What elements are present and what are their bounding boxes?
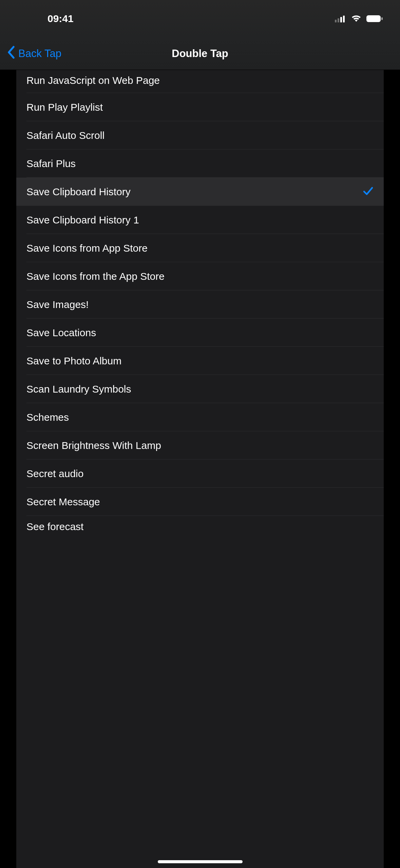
list-item[interactable]: See forecast (16, 516, 384, 538)
list-item[interactable]: Save to Photo Album (16, 347, 384, 375)
home-indicator[interactable] (158, 860, 243, 863)
status-indicators (335, 15, 383, 23)
list-item-label: Screen Brightness With Lamp (26, 440, 161, 451)
list-item[interactable]: Secret audio (16, 459, 384, 488)
list-item[interactable]: Scan Laundry Symbols (16, 375, 384, 403)
list-item-label: Save Icons from the App Store (26, 271, 165, 282)
list-item[interactable]: Save Clipboard History 1 (16, 206, 384, 234)
list-item-label: Safari Plus (26, 158, 76, 169)
list-item-label: Safari Auto Scroll (26, 130, 104, 141)
list-item-label: See forecast (26, 521, 83, 532)
list-item[interactable]: Secret Message (16, 488, 384, 516)
list-item-label: Save Clipboard History (26, 186, 131, 198)
list-item[interactable]: Safari Auto Scroll (16, 121, 384, 149)
list-item[interactable]: Schemes (16, 403, 384, 431)
list-item-label: Secret audio (26, 468, 83, 480)
status-time: 09:41 (47, 13, 74, 24)
list-item-selected[interactable]: Save Clipboard History (16, 178, 384, 206)
list-item-label: Save Locations (26, 327, 96, 339)
options-list[interactable]: Run JavaScript on Web Page Run Play Play… (16, 70, 384, 868)
svg-rect-5 (381, 17, 383, 20)
nav-bar: Back Tap Double Tap (0, 37, 400, 70)
list-item-label: Run JavaScript on Web Page (26, 75, 160, 86)
battery-icon (366, 15, 383, 23)
list-item-label: Save to Photo Album (26, 355, 121, 367)
checkmark-icon (363, 186, 374, 198)
list-item-label: Run Play Playlist (26, 102, 103, 113)
chevron-left-icon (7, 46, 15, 61)
svg-rect-3 (343, 16, 345, 22)
list-item-label: Save Images! (26, 299, 89, 310)
cellular-icon (335, 15, 346, 22)
list-item[interactable]: Run Play Playlist (16, 93, 384, 121)
status-bar: 09:41 (0, 0, 400, 37)
svg-rect-2 (340, 17, 342, 22)
svg-rect-1 (338, 18, 339, 22)
back-label: Back Tap (18, 48, 61, 60)
list-item[interactable]: Save Locations (16, 319, 384, 347)
svg-rect-0 (335, 20, 337, 22)
back-button[interactable]: Back Tap (0, 46, 61, 61)
list-item-label: Secret Message (26, 496, 100, 508)
wifi-icon (351, 15, 361, 22)
list-item-label: Schemes (26, 412, 69, 423)
list-item-label: Save Clipboard History 1 (26, 214, 139, 226)
list-item-label: Save Icons from App Store (26, 242, 148, 254)
list-item[interactable]: Save Images! (16, 290, 384, 319)
list-item[interactable]: Save Icons from App Store (16, 234, 384, 262)
list-item[interactable]: Screen Brightness With Lamp (16, 431, 384, 459)
list-item[interactable]: Safari Plus (16, 149, 384, 178)
list-item[interactable]: Save Icons from the App Store (16, 262, 384, 290)
list-item-label: Scan Laundry Symbols (26, 383, 131, 395)
svg-rect-4 (366, 15, 381, 22)
list-item[interactable]: Run JavaScript on Web Page (16, 70, 384, 93)
